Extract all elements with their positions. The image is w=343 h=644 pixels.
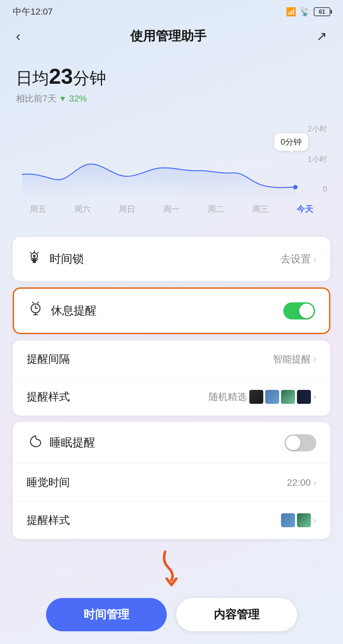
x-label-wed: 周三 xyxy=(252,204,269,215)
sleep-time-value: 22:00 › xyxy=(287,477,316,488)
down-arrow-icon: ▼ xyxy=(59,94,67,103)
chart-x-labels: 周五 周六 周日 周一 周二 周三 今天 xyxy=(16,204,327,215)
sleep-reminder-icon xyxy=(27,433,42,452)
time-lock-card: 时间锁 去设置 › xyxy=(13,237,330,281)
sleep-style-thumbnails xyxy=(281,513,311,527)
reminder-interval-row[interactable]: 提醒间隔 智能提醒 › xyxy=(13,340,330,378)
signal-icon: 📶 xyxy=(286,7,296,17)
sleep-style-chevron: › xyxy=(313,515,316,525)
rest-reminder-left: 休息提醒 xyxy=(28,301,97,320)
status-right-icons: 📶 📡 61 xyxy=(286,7,330,17)
sleep-style-value: › xyxy=(281,513,316,527)
time-lock-chevron: › xyxy=(313,254,316,264)
x-label-fri: 周五 xyxy=(30,204,46,215)
comparison-prefix: 相比前7天 xyxy=(16,93,57,105)
reminder-style-chevron: › xyxy=(313,392,316,402)
style-thumb-1 xyxy=(249,390,263,404)
sleep-reminder-label: 睡眠提醒 xyxy=(50,435,95,450)
time-lock-action-text: 去设置 xyxy=(280,252,311,266)
page-title: 使用管理助手 xyxy=(130,27,206,45)
share-button[interactable]: ↗ xyxy=(316,29,327,43)
x-label-mon: 周一 xyxy=(163,204,180,215)
rest-reminder-toggle[interactable] xyxy=(283,302,315,319)
reminder-style-row[interactable]: 提醒样式 随机精选 › xyxy=(13,378,330,416)
reminder-style-value: 随机精选 › xyxy=(209,390,316,404)
time-management-button[interactable]: 时间管理 xyxy=(46,598,167,631)
daily-avg-number: 23 xyxy=(49,64,73,88)
rest-reminder-icon xyxy=(28,301,43,320)
x-label-tue: 周二 xyxy=(208,204,224,215)
sleep-reminder-row: 睡眠提醒 xyxy=(13,422,330,464)
daily-avg: 日均23分钟 xyxy=(16,64,327,89)
sleep-style-label: 提醒样式 xyxy=(27,513,70,528)
sleep-card: 睡眠提醒 睡觉时间 22:00 › 提醒样式 › xyxy=(13,422,330,539)
svg-point-5 xyxy=(33,255,36,257)
svg-point-3 xyxy=(293,185,298,189)
style-thumb-3 xyxy=(281,390,295,404)
reminder-interval-chevron: › xyxy=(313,354,316,364)
orange-arrow xyxy=(159,549,184,587)
sleep-reminder-left: 睡眠提醒 xyxy=(27,433,95,452)
reminder-interval-value: 智能提醒 › xyxy=(273,353,316,366)
chart-area: 0分钟 xyxy=(16,124,327,200)
battery-icon: 61 xyxy=(314,7,330,16)
stats-section: 日均23分钟 相比前7天 ▼ 32% xyxy=(0,54,343,111)
comparison-pct: 32% xyxy=(69,94,87,104)
sleep-reminder-toggle[interactable] xyxy=(285,434,316,451)
rest-reminder-row: 休息提醒 xyxy=(14,289,329,333)
header: ‹ 使用管理助手 ↗ xyxy=(0,21,343,54)
time-lock-row[interactable]: 时间锁 去设置 › xyxy=(13,237,330,281)
style-thumb-4 xyxy=(297,390,311,404)
time-lock-left: 时间锁 xyxy=(27,250,84,268)
status-time: 中午12:07 xyxy=(13,6,53,18)
daily-avg-suffix: 分钟 xyxy=(73,69,106,87)
content-management-button[interactable]: 内容管理 xyxy=(176,598,297,631)
time-lock-action[interactable]: 去设置 › xyxy=(280,252,316,266)
style-thumb-2 xyxy=(265,390,279,404)
chart-tooltip: 0分钟 xyxy=(274,133,308,151)
x-label-sat: 周六 xyxy=(74,204,91,215)
daily-avg-prefix: 日均 xyxy=(16,69,49,87)
comparison: 相比前7天 ▼ 32% xyxy=(16,93,327,105)
sleep-style-thumb-1 xyxy=(281,513,295,527)
reminder-style-label: 提醒样式 xyxy=(27,390,70,404)
reminder-interval-label: 提醒间隔 xyxy=(27,352,70,366)
sleep-toggle-knob xyxy=(286,436,300,450)
bottom-nav: 时间管理 内容管理 xyxy=(0,590,343,644)
sleep-style-thumb-2 xyxy=(297,513,311,527)
time-lock-label: 时间锁 xyxy=(50,251,84,267)
sleep-time-label: 睡觉时间 xyxy=(27,475,70,490)
cards-section: 时间锁 去设置 › xyxy=(0,231,343,545)
sleep-style-row[interactable]: 提醒样式 › xyxy=(13,502,330,539)
style-thumbnails xyxy=(249,390,311,404)
reminder-sub-card: 提醒间隔 智能提醒 › 提醒样式 随机精选 › xyxy=(13,340,330,416)
status-bar: 中午12:07 📶 📡 61 xyxy=(0,0,343,21)
rest-reminder-card: 休息提醒 xyxy=(13,287,330,334)
chart-container: 2小时 1小时 0 xyxy=(16,124,327,215)
toggle-knob xyxy=(299,304,314,318)
wifi-icon: 📡 xyxy=(300,7,310,17)
time-lock-icon xyxy=(27,250,42,268)
x-label-sun: 周日 xyxy=(119,204,135,215)
tooltip-value: 0分钟 xyxy=(281,137,302,147)
sleep-time-chevron: › xyxy=(313,477,316,488)
sleep-time-row[interactable]: 睡觉时间 22:00 › xyxy=(13,464,330,502)
x-label-today: 今天 xyxy=(297,204,313,215)
back-button[interactable]: ‹ xyxy=(16,28,21,44)
rest-reminder-label: 休息提醒 xyxy=(51,303,97,319)
